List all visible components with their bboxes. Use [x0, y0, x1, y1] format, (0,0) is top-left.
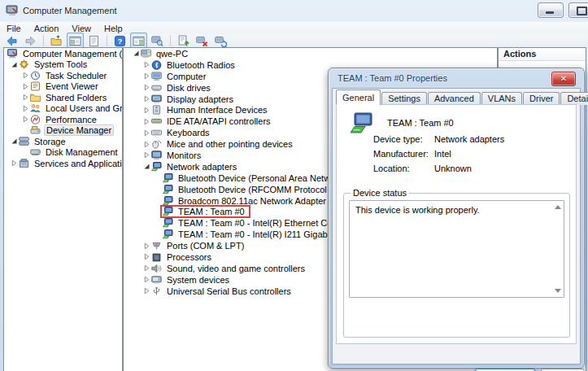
- expander-closed-icon[interactable]: [20, 83, 30, 90]
- red-annotation-box: TEAM : Team #0: [160, 205, 250, 218]
- device-manager-icon: [30, 125, 41, 135]
- expander-closed-icon[interactable]: [142, 129, 151, 137]
- tree-item-event-viewer[interactable]: Event Viewer: [4, 81, 122, 93]
- forward-button[interactable]: [22, 33, 39, 49]
- tree-item-label: Shared Folders: [44, 93, 108, 103]
- expander-closed-icon[interactable]: [20, 94, 30, 101]
- tab-advanced[interactable]: Advanced: [428, 92, 481, 105]
- expander-closed-icon[interactable]: [20, 116, 30, 123]
- disk-management-icon: [30, 147, 41, 157]
- tree-item-task-scheduler[interactable]: Task Scheduler: [4, 70, 122, 81]
- tree-item-device-manager[interactable]: Device Manager: [4, 125, 122, 137]
- dialog-close-button[interactable]: ✕: [551, 72, 576, 86]
- field-label: Manufacturer:: [373, 149, 429, 159]
- update-driver-button[interactable]: [175, 33, 192, 49]
- expander-open-icon[interactable]: [131, 50, 141, 57]
- show-console-tree-button[interactable]: [48, 33, 65, 49]
- toolbar-separator: [43, 35, 44, 46]
- expander-closed-icon[interactable]: [142, 107, 151, 114]
- expander-closed-icon[interactable]: [142, 253, 151, 260]
- device-name: TEAM : Team #0: [387, 118, 454, 128]
- scan-hardware-changes-button[interactable]: [212, 33, 229, 49]
- expander-closed-icon[interactable]: [142, 264, 151, 272]
- back-button[interactable]: [3, 33, 20, 49]
- field-row: Location:Unknown: [337, 164, 576, 178]
- scroll-down-icon[interactable]: [555, 289, 561, 293]
- expander-closed-icon[interactable]: [142, 276, 151, 283]
- window-controls: [538, 2, 588, 18]
- tab-details[interactable]: Details: [560, 92, 588, 105]
- tree-item-local-users-and-groups[interactable]: Local Users and Groups: [4, 103, 122, 115]
- expander-closed-icon[interactable]: [20, 72, 30, 79]
- tree-item-services-and-applications[interactable]: Services and Applications: [4, 158, 122, 169]
- help-button[interactable]: ?: [111, 33, 128, 49]
- tree-item-label: TEAM : Team #0: [176, 207, 246, 216]
- expander-open-icon[interactable]: [142, 163, 151, 170]
- expander-closed-icon[interactable]: [142, 287, 151, 295]
- status-scrollbar[interactable]: [552, 202, 563, 296]
- network-adapter-icon: [163, 196, 173, 206]
- scroll-up-icon[interactable]: [555, 205, 561, 209]
- tree-item-label: Event Viewer: [44, 81, 100, 91]
- tree-item-label: Services and Applications: [33, 159, 123, 168]
- expander-closed-icon[interactable]: [142, 151, 151, 159]
- scan-hardware-changes-icon: [215, 35, 227, 47]
- expander-closed-icon[interactable]: [142, 141, 151, 148]
- tree-item-computer-management-local[interactable]: Computer Management (Local: [4, 48, 122, 59]
- tree-item-disk-management[interactable]: Disk Management: [4, 147, 122, 159]
- tree-item-performance[interactable]: Performance: [4, 114, 122, 125]
- tab-settings[interactable]: Settings: [381, 92, 427, 105]
- services-icon: [19, 159, 29, 168]
- tree-item-label: Human Interface Devices: [165, 105, 269, 115]
- expander-closed-icon[interactable]: [142, 61, 151, 68]
- expander-closed-icon[interactable]: [142, 95, 151, 103]
- hid-icon: [151, 105, 162, 115]
- show-console-tree-icon: [50, 35, 63, 47]
- tree-item-qwe-pc[interactable]: qwe-PC: [124, 48, 497, 59]
- uninstall-device-button[interactable]: [194, 33, 211, 49]
- expander-closed-icon[interactable]: [142, 72, 151, 80]
- tree-item-label: Ports (COM & LPT): [165, 241, 246, 251]
- network-adapter-icon: [163, 207, 173, 216]
- tree-item-label: Task Scheduler: [44, 71, 108, 81]
- expander-closed-icon[interactable]: [142, 118, 151, 125]
- minimize-button[interactable]: [538, 2, 564, 18]
- uninstall-device-icon: [196, 35, 208, 47]
- device-status-text: This device is working properly.: [355, 205, 549, 215]
- expander-closed-icon[interactable]: [20, 105, 30, 112]
- maximize-button[interactable]: [568, 2, 588, 18]
- search-computer-button[interactable]: [149, 33, 166, 49]
- task-scheduler-icon: [30, 71, 41, 81]
- expander-open-icon[interactable]: [9, 137, 19, 145]
- event-viewer-icon: [30, 81, 41, 91]
- tree-item-label: Computer Management (Local: [21, 49, 123, 59]
- expander-open-icon[interactable]: [9, 61, 19, 68]
- properties-button[interactable]: [85, 33, 102, 49]
- expander-closed-icon[interactable]: [142, 84, 151, 91]
- performance-icon: [30, 115, 41, 124]
- system-devices-icon: [151, 275, 162, 285]
- dialog-title: TEAM : Team #0 Properties: [338, 73, 447, 83]
- tab-driver[interactable]: Driver: [523, 92, 560, 105]
- field-row: Device type:Network adapters: [337, 134, 576, 149]
- tree-item-shared-folders[interactable]: Shared Folders: [4, 92, 122, 103]
- tab-vlans[interactable]: VLANs: [481, 92, 522, 105]
- device-status-textbox[interactable]: This device is working properly.: [349, 200, 564, 298]
- tree-item-storage[interactable]: Storage: [4, 136, 122, 147]
- mouse-icon: [151, 139, 162, 149]
- network-adapter-icon: [350, 112, 374, 134]
- console-window-button[interactable]: [67, 33, 84, 49]
- show-action-pane-button[interactable]: [130, 33, 147, 49]
- device-status-label: Device status: [351, 188, 409, 198]
- svg-text:?: ?: [118, 37, 123, 46]
- tab-general[interactable]: General: [336, 89, 381, 105]
- field-value: Intel: [434, 149, 451, 159]
- tree-item-system-tools[interactable]: System Tools: [4, 59, 122, 71]
- tree-item-label: Keyboards: [165, 128, 211, 137]
- tree-item-label: Display adapters: [165, 94, 235, 104]
- tree-item-label: Processors: [165, 252, 213, 262]
- console-window-icon: [69, 35, 81, 47]
- expander-closed-icon[interactable]: [9, 159, 19, 167]
- tree-item-label: Bluetooth Radios: [165, 60, 237, 70]
- expander-closed-icon[interactable]: [142, 242, 151, 250]
